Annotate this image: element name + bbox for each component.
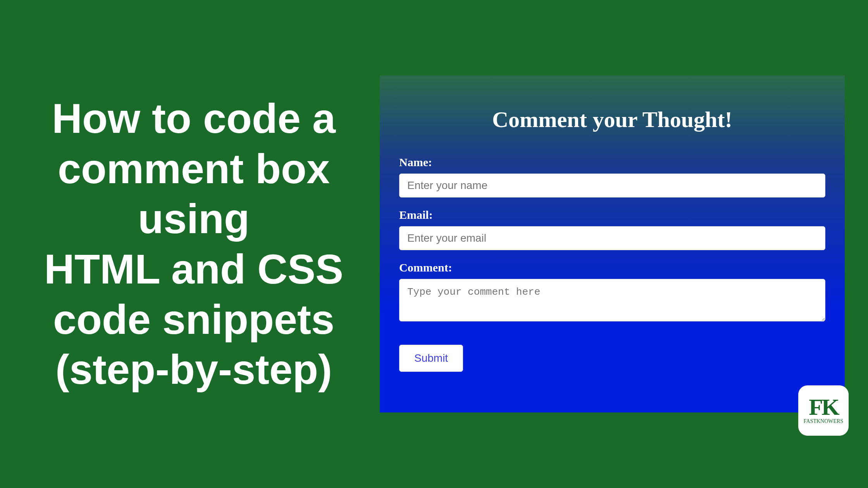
- email-field-group: Email:: [399, 208, 825, 250]
- brand-logo: FK FASTKNOWERS: [798, 385, 849, 436]
- comment-label: Comment:: [399, 261, 825, 274]
- headline-line-2: comment box: [58, 145, 330, 192]
- comment-form-panel: Comment your Thought! Name: Email: Comme…: [380, 76, 845, 412]
- submit-button[interactable]: Submit: [399, 345, 463, 372]
- email-input[interactable]: [399, 226, 825, 250]
- page-headline: How to code a comment box using HTML and…: [23, 93, 364, 395]
- comment-field-group: Comment:: [399, 261, 825, 323]
- email-label: Email:: [399, 208, 825, 222]
- headline-line-6: (step-by-step): [55, 346, 332, 393]
- headline-line-1: How to code a: [52, 95, 336, 142]
- name-field-group: Name:: [399, 156, 825, 198]
- headline-column: How to code a comment box using HTML and…: [23, 93, 380, 395]
- name-label: Name:: [399, 156, 825, 169]
- logo-initials: FK: [809, 397, 838, 418]
- comment-textarea[interactable]: [399, 279, 825, 321]
- name-input[interactable]: [399, 174, 825, 198]
- form-title: Comment your Thought!: [399, 107, 825, 132]
- logo-caption: FASTKNOWERS: [804, 418, 843, 424]
- headline-line-5: code snippets: [53, 296, 334, 343]
- headline-line-4: HTML and CSS: [44, 246, 343, 292]
- headline-line-3: using: [138, 195, 250, 242]
